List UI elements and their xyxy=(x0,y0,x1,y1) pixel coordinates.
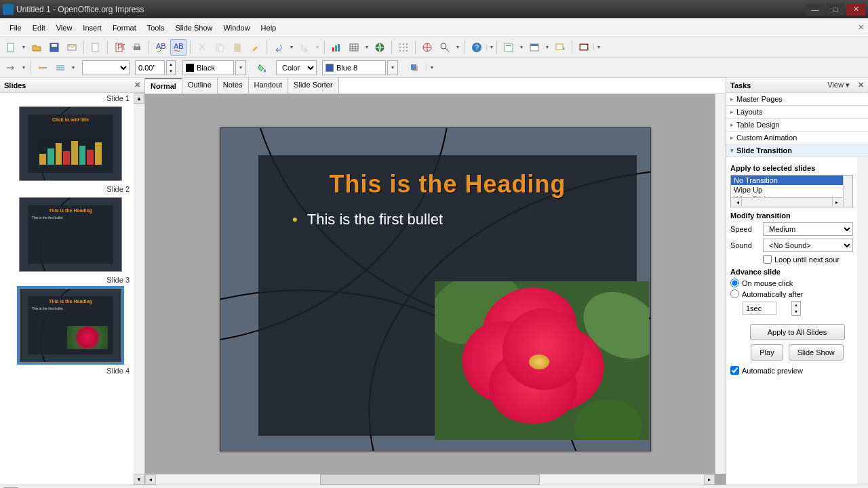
save-button[interactable] xyxy=(46,39,62,56)
menu-view[interactable]: View xyxy=(51,21,78,35)
hyperlink-button[interactable] xyxy=(372,39,388,56)
area-fill-button[interactable] xyxy=(254,60,271,76)
email-button[interactable] xyxy=(64,39,80,56)
canvas[interactable]: This is the Heading This is the first bu… xyxy=(145,94,726,485)
task-section-table-design[interactable]: Table Design xyxy=(726,119,868,131)
copy-button[interactable] xyxy=(212,39,228,56)
minimize-button[interactable]: — xyxy=(806,3,825,16)
menu-edit[interactable]: Edit xyxy=(27,21,51,35)
fill-type-select[interactable]: Color xyxy=(276,60,317,75)
toolbar2-overflow[interactable]: ▾ xyxy=(427,64,433,70)
tab-normal[interactable]: Normal xyxy=(145,78,182,94)
sound-select[interactable]: <No Sound> xyxy=(763,239,853,252)
menu-slideshow[interactable]: Slide Show xyxy=(170,21,218,35)
apply-to-all-button[interactable]: Apply to All Slides xyxy=(750,324,845,340)
menu-help[interactable]: Help xyxy=(256,21,282,35)
close-button[interactable]: ✕ xyxy=(846,3,865,16)
slide-layout-dropdown[interactable]: ▾ xyxy=(518,44,525,50)
transition-option[interactable]: Wipe Up xyxy=(731,185,852,195)
redo-dropdown[interactable]: ▾ xyxy=(314,44,321,50)
arrow-style-dropdown[interactable]: ▾ xyxy=(20,64,27,70)
line-width-spinner[interactable]: ▲▼ xyxy=(166,60,176,75)
table-dropdown[interactable]: ▾ xyxy=(363,44,370,50)
autospell-button[interactable]: ABC xyxy=(170,39,186,56)
fill-color-select[interactable]: Blue 8 xyxy=(322,60,386,75)
shadow-button[interactable] xyxy=(406,60,422,76)
tab-handout[interactable]: Handout xyxy=(249,78,289,94)
open-button[interactable] xyxy=(28,39,45,56)
slide-thumbnail-3[interactable]: This is the Heading This is the first bu… xyxy=(19,197,122,272)
line-color-dropdown[interactable]: ▾ xyxy=(235,60,246,75)
tab-notes[interactable]: Notes xyxy=(218,78,249,94)
insert-slide-button[interactable] xyxy=(552,39,568,56)
grid-button[interactable] xyxy=(395,39,412,56)
line-color-select[interactable]: Black xyxy=(182,60,234,75)
cut-button[interactable] xyxy=(194,39,210,56)
auto-after-radio[interactable] xyxy=(730,289,739,298)
menu-window[interactable]: Window xyxy=(218,21,255,35)
canvas-hscroll[interactable]: ◂▸ xyxy=(145,474,715,485)
tab-outline[interactable]: Outline xyxy=(182,78,218,94)
document-close-icon[interactable]: ✕ xyxy=(858,23,864,32)
slide-bullet[interactable]: This is the first bullet xyxy=(258,205,637,228)
task-section-slide-transition[interactable]: Slide Transition xyxy=(726,144,868,157)
tasks-panel-close-icon[interactable]: ✕ xyxy=(858,81,864,89)
slide-thumbnail-4[interactable]: This is the Heading This is the first bu… xyxy=(19,288,122,363)
menu-insert[interactable]: Insert xyxy=(77,21,107,35)
slide-show-button[interactable]: Slide Show xyxy=(789,344,844,361)
auto-time-spinner[interactable]: ▲▼ xyxy=(791,301,801,316)
undo-dropdown[interactable]: ▾ xyxy=(288,44,295,50)
edit-file-button[interactable] xyxy=(87,39,104,56)
redo-button[interactable] xyxy=(296,39,313,56)
loop-checkbox[interactable] xyxy=(763,255,772,264)
presentation-button[interactable] xyxy=(576,39,592,56)
slide-layout-button[interactable] xyxy=(500,39,517,56)
slides-panel-close-icon[interactable]: ✕ xyxy=(134,81,140,89)
slide-design-dropdown[interactable]: ▾ xyxy=(544,44,551,50)
arrow-style-button[interactable] xyxy=(3,60,19,76)
line-style-button[interactable] xyxy=(52,60,68,76)
speed-select[interactable]: Medium xyxy=(763,222,853,236)
zoom-button[interactable] xyxy=(437,39,453,56)
slide-thumbnail-2[interactable]: Click to add title xyxy=(19,106,122,181)
task-section-custom-animation[interactable]: Custom Animation xyxy=(726,131,868,144)
play-button[interactable]: Play xyxy=(751,344,783,361)
slide-design-button[interactable] xyxy=(526,39,542,56)
slides-scrollbar[interactable]: ▲▼ xyxy=(134,93,144,485)
task-section-master-pages[interactable]: Master Pages xyxy=(726,93,868,106)
navigator-button[interactable] xyxy=(419,39,435,56)
chart-button[interactable] xyxy=(328,39,344,56)
line-width-input[interactable] xyxy=(135,60,165,75)
line-style-dropdown[interactable]: ▾ xyxy=(70,64,77,70)
fill-color-dropdown[interactable]: ▾ xyxy=(387,60,398,75)
transition-option[interactable]: No Transition xyxy=(731,176,852,185)
transition-list[interactable]: No Transition Wipe Up Wipe Right ◂▸ xyxy=(730,175,853,207)
task-section-layouts[interactable]: Layouts xyxy=(726,106,868,119)
tasks-scrollbar[interactable] xyxy=(857,157,868,485)
table-button[interactable] xyxy=(346,39,362,56)
slide-heading[interactable]: This is the Heading xyxy=(258,155,637,205)
export-pdf-button[interactable]: PDF xyxy=(111,39,127,56)
zoom-dropdown[interactable]: ▾ xyxy=(454,44,461,50)
auto-preview-checkbox[interactable] xyxy=(730,366,739,375)
menu-file[interactable]: File xyxy=(4,21,27,35)
help-button[interactable]: ? xyxy=(469,39,485,56)
toolbar-overflow2[interactable]: ▾ xyxy=(593,44,600,50)
menu-format[interactable]: Format xyxy=(107,21,142,35)
flower-image[interactable] xyxy=(435,281,649,440)
maximize-button[interactable]: □ xyxy=(826,3,845,16)
tab-slide-sorter[interactable]: Slide Sorter xyxy=(288,78,338,94)
tasks-view-link[interactable]: View ▾ xyxy=(827,81,850,89)
auto-time-input[interactable] xyxy=(743,302,776,315)
new-dropdown[interactable]: ▾ xyxy=(20,44,27,50)
format-paintbrush-button[interactable] xyxy=(247,39,263,56)
undo-button[interactable] xyxy=(271,39,287,56)
line-pattern-select[interactable] xyxy=(82,60,130,75)
line-endpoint-button[interactable] xyxy=(35,60,51,76)
spellcheck-button[interactable]: ABC xyxy=(153,39,169,56)
transition-hscroll[interactable]: ◂▸ xyxy=(731,197,843,207)
print-button[interactable] xyxy=(129,39,145,56)
toolbar-overflow[interactable]: ▾ xyxy=(486,44,493,50)
new-button[interactable] xyxy=(3,39,19,56)
paste-button[interactable] xyxy=(229,39,245,56)
